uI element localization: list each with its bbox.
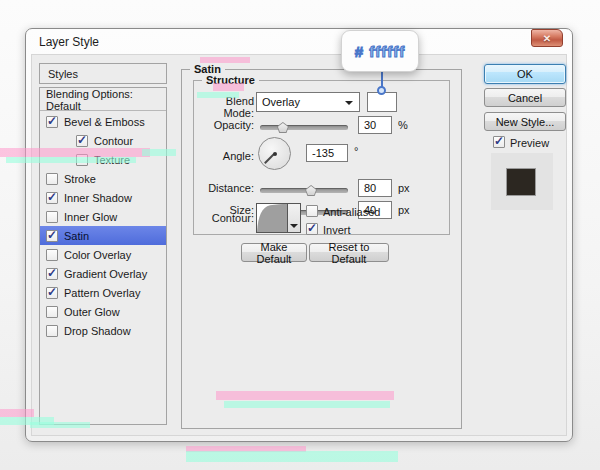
style-checkbox[interactable] — [46, 116, 58, 128]
sidebar-item-label: Gradient Overlay — [64, 268, 147, 280]
blend-mode-label: Blend Mode: — [194, 95, 254, 119]
dialog-title: Layer Style — [39, 35, 99, 49]
reset-to-default-button[interactable]: Reset to Default — [309, 243, 389, 262]
sidebar-item-label: Contour — [94, 135, 133, 147]
styles-header-label: Styles — [48, 68, 78, 80]
sidebar-item-label: Texture — [94, 154, 130, 166]
distance-input[interactable] — [358, 179, 392, 197]
style-checkbox[interactable] — [46, 287, 58, 299]
screen: Layer Style ✕ Styles Blending Options: D… — [0, 0, 600, 470]
angle-dial-center — [273, 152, 277, 156]
chevron-down-icon — [345, 101, 353, 105]
preview-thumbnail — [506, 168, 536, 196]
sidebar-item-blending-options-default[interactable]: Blending Options: Default — [40, 90, 166, 111]
angle-dial[interactable] — [258, 137, 291, 170]
sidebar-item-label: Pattern Overlay — [64, 287, 140, 299]
sidebar-item-label: Drop Shadow — [64, 325, 131, 337]
style-checkbox[interactable] — [46, 192, 58, 204]
make-default-button[interactable]: Make Default — [241, 243, 307, 262]
distance-slider[interactable] — [260, 184, 348, 196]
blend-mode-value: Overlay — [262, 96, 300, 108]
glitch-artifact — [186, 446, 306, 452]
sidebar-item-texture[interactable]: Texture — [40, 150, 166, 169]
size-unit: px — [398, 204, 410, 216]
structure-group: Structure Blend Mode: Overlay Opacity: — [193, 80, 450, 235]
invert-checkbox[interactable] — [306, 223, 318, 235]
opacity-label: Opacity: — [194, 119, 254, 131]
sidebar-item-contour[interactable]: Contour — [40, 131, 166, 150]
dialog-content: Styles Blending Options: DefaultBevel & … — [31, 54, 567, 436]
sidebar-item-label: Color Overlay — [64, 249, 131, 261]
anti-aliased-checkbox[interactable] — [306, 205, 318, 217]
styles-list: Blending Options: DefaultBevel & EmbossC… — [39, 87, 167, 425]
sidebar-item-gradient-overlay[interactable]: Gradient Overlay — [40, 264, 166, 283]
distance-label: Distance: — [194, 182, 254, 194]
style-checkbox[interactable] — [46, 306, 58, 318]
angle-input[interactable] — [306, 144, 348, 162]
preview-label: Preview — [510, 137, 549, 149]
sidebar-item-label: Inner Glow — [64, 211, 117, 223]
distance-slider-track[interactable] — [260, 188, 348, 193]
preview-panel — [491, 153, 553, 210]
opacity-unit: % — [398, 119, 408, 131]
distance-slider-thumb[interactable] — [305, 185, 317, 196]
sidebar-item-bevel-emboss[interactable]: Bevel & Emboss — [40, 112, 166, 131]
blend-color-swatch[interactable] — [367, 92, 397, 112]
sidebar-item-label: Stroke — [64, 173, 96, 185]
style-checkbox[interactable] — [46, 268, 58, 280]
style-checkbox[interactable] — [46, 230, 58, 242]
contour-label: Contour: — [194, 212, 254, 224]
sidebar-item-label: Bevel & Emboss — [64, 116, 145, 128]
sidebar-item-inner-glow[interactable]: Inner Glow — [40, 207, 166, 226]
styles-header: Styles — [39, 63, 167, 84]
glitch-artifact — [186, 451, 398, 462]
sidebar-item-satin[interactable]: Satin — [40, 226, 166, 245]
contour-dropdown-arrow[interactable] — [288, 203, 301, 233]
style-checkbox[interactable] — [46, 325, 58, 337]
opacity-input[interactable] — [358, 116, 392, 134]
sidebar-item-outer-glow[interactable]: Outer Glow — [40, 302, 166, 321]
blend-mode-select[interactable]: Overlay — [256, 92, 360, 112]
color-tooltip: # ffffff — [341, 30, 419, 72]
sidebar-item-drop-shadow[interactable]: Drop Shadow — [40, 321, 166, 340]
new-style-button[interactable]: New Style... — [484, 112, 566, 131]
close-icon: ✕ — [543, 33, 551, 44]
structure-group-title: Structure — [202, 74, 259, 86]
contour-thumbnail[interactable] — [256, 203, 288, 233]
sidebar-item-label: Blending Options: Default — [46, 88, 166, 112]
tooltip-pin-icon — [377, 86, 386, 95]
layer-style-dialog: Layer Style ✕ Styles Blending Options: D… — [25, 28, 573, 442]
style-checkbox[interactable] — [46, 249, 58, 261]
tooltip-pin-line — [381, 71, 383, 87]
sidebar-item-label: Outer Glow — [64, 306, 120, 318]
anti-aliased-label: Anti-aliased — [323, 206, 380, 218]
satin-panel: Satin Structure Blend Mode: Overlay Opac… — [181, 69, 462, 429]
ok-button[interactable]: OK — [484, 64, 566, 84]
sidebar-item-label: Satin — [64, 230, 89, 242]
opacity-slider-track[interactable] — [260, 125, 348, 130]
contour-picker[interactable] — [256, 203, 301, 233]
invert-label: Invert — [323, 224, 351, 236]
close-button[interactable]: ✕ — [531, 29, 563, 47]
sidebar-item-inner-shadow[interactable]: Inner Shadow — [40, 188, 166, 207]
preview-checkbox[interactable] — [493, 136, 505, 148]
style-checkbox[interactable] — [46, 173, 58, 185]
sidebar-item-stroke[interactable]: Stroke — [40, 169, 166, 188]
style-checkbox[interactable] — [76, 154, 88, 166]
sidebar-item-label: Inner Shadow — [64, 192, 132, 204]
opacity-slider-thumb[interactable] — [277, 122, 289, 133]
color-tooltip-text: # ffffff — [355, 43, 405, 60]
sidebar-item-color-overlay[interactable]: Color Overlay — [40, 245, 166, 264]
angle-label: Angle: — [194, 150, 254, 162]
style-checkbox[interactable] — [46, 211, 58, 223]
style-checkbox[interactable] — [76, 135, 88, 147]
cancel-button[interactable]: Cancel — [484, 88, 566, 107]
angle-unit: ° — [354, 145, 358, 157]
opacity-slider[interactable] — [260, 121, 348, 133]
sidebar-item-pattern-overlay[interactable]: Pattern Overlay — [40, 283, 166, 302]
distance-unit: px — [398, 182, 410, 194]
contour-curve-icon — [257, 204, 287, 232]
